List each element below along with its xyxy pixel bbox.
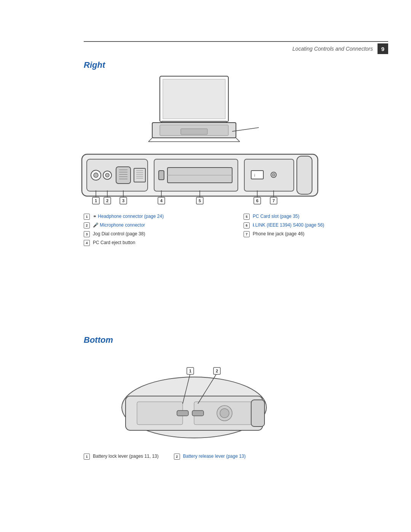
svg-point-36 [272,173,275,176]
label-badge-3: 3 [84,231,90,237]
header-title: Locating Controls and Connectors [292,46,373,52]
label-text-5: PC Card slot (page 35) [253,213,299,220]
svg-rect-16 [116,167,131,184]
svg-text:2: 2 [106,198,108,203]
label-badge-4: 4 [84,240,90,246]
svg-text:4: 4 [160,198,163,203]
label-badge-1: 1 [84,214,90,220]
bottom-label-text-1: Battery lock lever (pages 11, 13) [93,453,159,460]
bottom-illustration: 1 2 [114,362,274,446]
label-badge-7: 7 [244,231,250,237]
svg-point-64 [220,409,229,418]
bottom-label-badge-2: 2 [174,454,180,460]
bottom-label-item-1: 1 Battery lock lever (pages 11, 13) [84,453,159,460]
bottom-section-title: Bottom [84,335,113,345]
svg-text:2: 2 [216,369,218,373]
header-page-number: 9 [378,43,388,54]
svg-rect-65 [177,411,188,416]
label-text-2: 🎤 Microphone connector [93,222,145,228]
svg-line-8 [236,138,240,142]
svg-line-7 [148,138,152,142]
label-item-2: 2 🎤 Microphone connector [84,222,228,228]
bottom-labels-area: 1 Battery lock lever (pages 11, 13) 2 Ba… [84,453,388,460]
bottom-label-item-2: 2 Battery release lever (page 13) [174,453,246,460]
svg-rect-37 [297,156,312,194]
svg-text:7: 7 [272,198,275,203]
header-bar: Locating Controls and Connectors 9 [84,41,388,54]
label-text-1: ⚭ Headphone connector (page 24) [93,213,164,220]
svg-rect-73 [251,400,264,427]
svg-text:5: 5 [199,198,201,203]
label-item-1: 1 ⚭ Headphone connector (page 24) [84,213,228,220]
label-text-6: i.LINK (IEEE 1394) S400 (page 56) [253,222,324,228]
svg-text:i: i [254,173,255,177]
svg-rect-22 [134,168,145,182]
svg-point-13 [94,173,98,177]
svg-rect-1 [163,79,225,119]
svg-text:1: 1 [189,369,191,373]
svg-rect-5 [181,129,207,134]
label-item-6: 6 i.LINK (IEEE 1394) S400 (page 56) [244,222,388,228]
label-text-4: PC Card eject button [93,240,135,246]
label-badge-6: 6 [244,222,250,228]
label-item-4: 4 PC Card eject button [84,240,228,246]
svg-text:3: 3 [122,198,124,203]
label-item-3: 3 Jog Dial control (page 38) [84,231,228,237]
laptop-illustration [129,72,259,149]
label-text-3: Jog Dial control (page 38) [93,231,145,237]
label-badge-5: 5 [244,214,250,220]
label-item-7: 7 Phone line jack (page 46) [244,231,388,237]
svg-rect-66 [192,411,204,416]
right-section-title: Right [84,60,105,70]
page-container: Locating Controls and Connectors 9 Right [0,0,411,532]
label-item-5: 5 PC Card slot (page 35) [244,213,388,220]
svg-rect-29 [159,171,164,180]
svg-text:1: 1 [95,198,97,203]
bottom-label-text-2: Battery release lever (page 13) [183,453,246,460]
svg-rect-61 [137,402,183,425]
svg-text:6: 6 [256,198,258,203]
label-badge-2: 2 [84,222,90,228]
svg-point-15 [105,173,109,177]
right-labels-area: 1 ⚭ Headphone connector (page 24) 5 PC C… [84,213,388,246]
label-text-7: Phone line jack (page 46) [253,231,304,237]
side-panel-diagram: i 1 2 3 4 5 [80,149,331,202]
bottom-label-badge-1: 1 [84,454,90,460]
svg-rect-33 [251,171,263,179]
